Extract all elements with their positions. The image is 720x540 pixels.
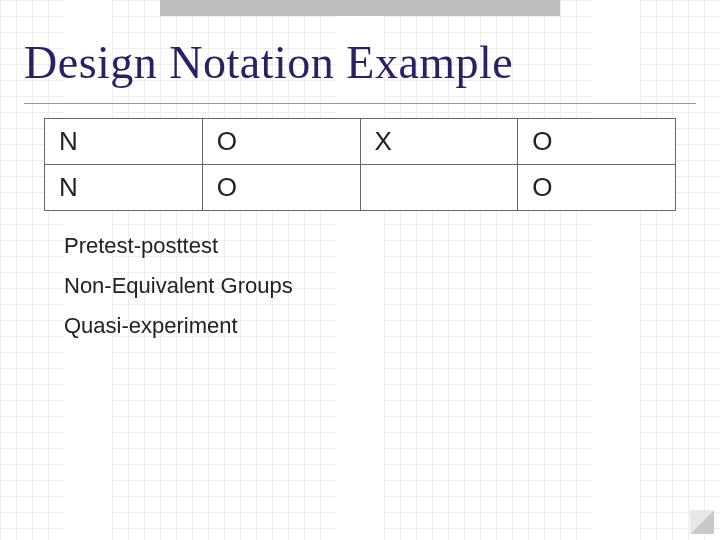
slide-content: Design Notation Example N O X O N O O Pr… bbox=[0, 36, 720, 339]
label-non-equivalent-groups: Non-Equivalent Groups bbox=[64, 273, 696, 299]
cell-posttest: O bbox=[518, 119, 676, 165]
design-notation-table-wrap: N O X O N O O bbox=[44, 118, 676, 211]
header-accent-bar bbox=[160, 0, 560, 16]
label-quasi-experiment: Quasi-experiment bbox=[64, 313, 696, 339]
cell-pretest: O bbox=[202, 119, 360, 165]
cell-assignment: N bbox=[45, 165, 203, 211]
page-title: Design Notation Example bbox=[24, 36, 696, 104]
cell-assignment: N bbox=[45, 119, 203, 165]
page-corner-fold-icon bbox=[684, 504, 714, 534]
cell-posttest: O bbox=[518, 165, 676, 211]
table-row: N O O bbox=[45, 165, 676, 211]
design-labels: Pretest-posttest Non-Equivalent Groups Q… bbox=[64, 233, 696, 339]
label-pretest-posttest: Pretest-posttest bbox=[64, 233, 696, 259]
cell-treatment: X bbox=[360, 119, 518, 165]
design-notation-table: N O X O N O O bbox=[44, 118, 676, 211]
cell-treatment bbox=[360, 165, 518, 211]
cell-pretest: O bbox=[202, 165, 360, 211]
table-row: N O X O bbox=[45, 119, 676, 165]
